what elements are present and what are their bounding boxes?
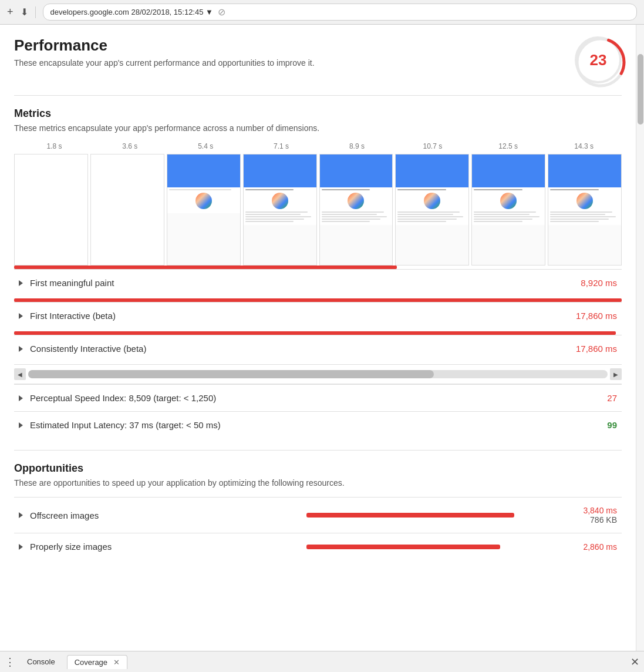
new-tab-icon[interactable]: + [7,6,14,18]
tick-7: 14.3 s [546,142,622,150]
console-tab[interactable]: Console [20,655,62,668]
opp-values-1: 2,860 ms [583,542,617,552]
metric-row-fmp: First meaningful paint 8,920 ms [14,266,622,296]
frame-7 [548,154,622,266]
scroll-track[interactable] [28,370,608,378]
metric-item-psi[interactable]: Perceptual Speed Index: 8,509 (target: <… [14,384,622,411]
main-container: Performance These encapsulate your app's… [0,25,644,651]
timeline-ticks: 1.8 s 3.6 s 5.4 s 7.1 s 8.9 s 10.7 s 12.… [14,142,622,150]
frame-7-header [548,154,621,187]
metrics-section: Metrics These metrics encapsulate your a… [14,107,622,438]
opp-ms-0: 3,840 ms [583,506,617,515]
address-bar[interactable]: developers.google.com 28/02/2018, 15:12:… [43,4,637,21]
opp-label-0: Offscreen images [30,510,306,520]
frame-2 [167,154,241,266]
scrollbar-thumb[interactable] [638,54,643,125]
frame-6-vis [472,154,545,265]
scrollbar[interactable] [636,25,644,651]
metric-row-ci: Consistently Interactive (beta) 17,860 m… [14,331,622,362]
scroll-thumb[interactable] [28,370,434,378]
metric-triangle-eil [19,422,23,428]
frame-4-vis [320,154,393,265]
metric-item-fmp[interactable]: First meaningful paint 8,920 ms [14,269,622,296]
metric-bar-fmp [14,266,397,269]
metric-label-eil: Estimated Input Latency: 37 ms (target: … [30,420,607,430]
metrics-title: Metrics [14,107,622,120]
opp-triangle-1 [19,544,23,550]
frame-3-vis [244,154,316,265]
metric-item-fi[interactable]: First Interactive (beta) 17,860 ms [14,302,622,329]
tick-6: 12.5 s [470,142,546,150]
coverage-close-btn[interactable]: ✕ [113,658,120,667]
opp-triangle-0 [19,512,23,518]
metric-item-eil[interactable]: Estimated Input Latency: 37 ms (target: … [14,411,622,438]
metric-value-eil: 99 [607,420,617,430]
horizontal-scrollbar[interactable]: ◀ ▶ [14,364,622,384]
frame-2-body [167,187,240,213]
frame-3-header [244,154,316,187]
scroll-left-arrow[interactable]: ◀ [14,368,26,380]
metric-value-fmp: 8,920 ms [581,278,617,288]
tick-5: 10.7 s [395,142,470,150]
chrome-divider [35,6,36,18]
browser-chrome: + ⬇ developers.google.com 28/02/2018, 15… [0,0,644,25]
opp-bar-1 [306,545,500,549]
section-divider-1 [14,95,622,96]
metric-triangle-ci [19,346,23,352]
opp-kb-0: 786 KB [583,515,617,525]
opp-values-0: 3,840 ms 786 KB [583,506,617,525]
content-area: Performance These encapsulate your app's… [0,25,636,651]
metric-bar-container-ci [14,331,622,335]
metric-label-ci: Consistently Interactive (beta) [30,344,576,354]
frame-4-body [320,187,393,225]
metric-row-fi: First Interactive (beta) 17,860 ms [14,298,622,329]
frame-2-header [167,154,240,187]
metric-triangle-fmp [19,280,23,286]
opp-bar-area-1 [306,545,583,549]
metric-bar-container-fmp [14,266,622,269]
frame-6-header [472,154,545,187]
metric-value-fi: 17,860 ms [576,311,617,321]
close-devtools-btn[interactable]: ✕ [630,656,639,668]
coverage-tab[interactable]: Coverage ✕ [67,655,127,669]
tick-1: 3.6 s [92,142,168,150]
frame-2-vis [167,154,240,265]
scroll-right-arrow[interactable]: ▶ [610,368,622,380]
frame-6 [471,154,545,266]
metric-label-fi: First Interactive (beta) [30,311,576,321]
opportunity-item-1[interactable]: Properly size images 2,860 ms [14,533,622,560]
metric-value-psi: 27 [607,393,617,403]
metric-label-fmp: First meaningful paint [30,278,581,288]
opp-ms-1: 2,860 ms [583,542,617,552]
opp-label-1: Properly size images [30,542,306,552]
metric-label-psi: Perceptual Speed Index: 8,509 (target: <… [30,393,607,403]
opportunities-title: Opportunities [14,462,622,475]
metric-triangle-fi [19,313,23,319]
devtools-menu-icon[interactable]: ⋮ [5,656,15,668]
metric-bar-fi [14,298,622,302]
metric-bar-ci [14,331,616,335]
metric-bar-container-fi [14,298,622,302]
tick-4: 8.9 s [319,142,395,150]
opp-bar-area-0 [306,513,583,518]
performance-header-text: Performance These encapsulate your app's… [14,36,315,68]
frame-0 [14,154,88,266]
score-circle: 23 [575,36,622,83]
frame-6-body [472,187,545,225]
download-icon[interactable]: ⬇ [21,6,28,18]
opportunities-section: Opportunities These are opportunities to… [14,462,622,560]
frame-1 [90,154,164,266]
coverage-tab-label: Coverage [75,658,107,667]
section-divider-2 [14,450,622,451]
opportunities-subtitle: These are opportunities to speed up your… [14,478,622,488]
frame-7-vis [548,154,621,265]
opportunity-item-0[interactable]: Offscreen images 3,840 ms 786 KB [14,497,622,533]
metrics-subtitle: These metrics encapsulate your app's per… [14,123,622,133]
performance-section-header: Performance These encapsulate your app's… [14,36,622,83]
metric-item-ci[interactable]: Consistently Interactive (beta) 17,860 m… [14,335,622,362]
metric-value-ci: 17,860 ms [576,344,617,354]
metric-triangle-psi [19,395,23,401]
frame-5-header [396,154,468,187]
tick-2: 5.4 s [168,142,244,150]
address-text: developers.google.com 28/02/2018, 15:12:… [50,8,213,16]
